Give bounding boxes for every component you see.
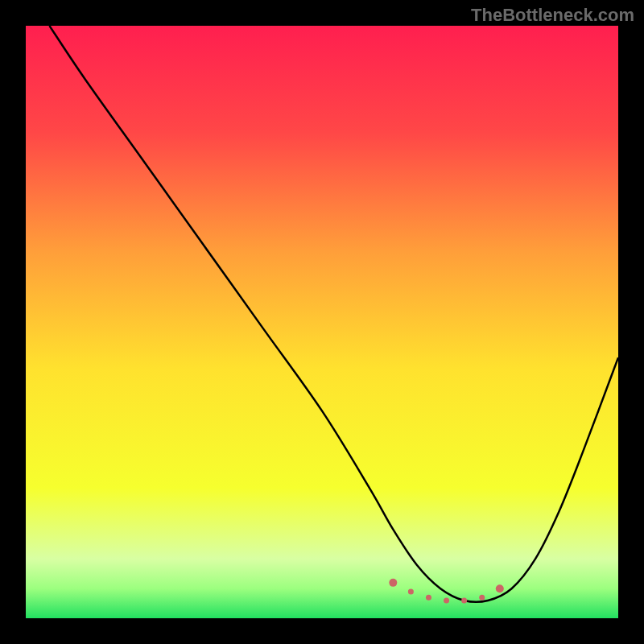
curve-layer bbox=[26, 26, 618, 618]
marker-dot bbox=[426, 595, 431, 601]
chart-container: TheBottleneck.com bbox=[0, 0, 644, 644]
marker-dot bbox=[444, 597, 449, 603]
marker-dot bbox=[479, 595, 485, 601]
watermark-text: TheBottleneck.com bbox=[471, 5, 634, 26]
plot-area bbox=[26, 26, 618, 618]
marker-dot bbox=[461, 597, 467, 603]
marker-dot bbox=[408, 588, 414, 594]
marker-dot bbox=[389, 579, 397, 587]
bottleneck-curve bbox=[49, 26, 618, 602]
marker-dot bbox=[496, 584, 504, 592]
optimal-range-markers bbox=[389, 579, 503, 604]
